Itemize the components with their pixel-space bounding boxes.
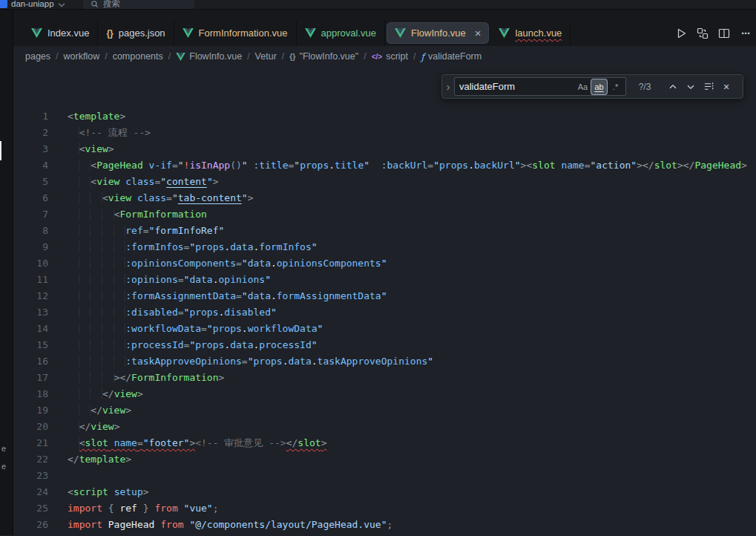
line-number[interactable]: 16 <box>13 353 48 370</box>
breadcrumb-item-script[interactable]: </>script <box>372 51 408 62</box>
line-number[interactable]: 13 <box>13 304 48 321</box>
tab-FlowInfo.vue[interactable]: FlowInfo.vue× <box>387 22 489 44</box>
line-number[interactable]: 26 <box>13 517 48 533</box>
line-number[interactable]: 11 <box>13 272 48 288</box>
close-find-button[interactable]: × <box>718 79 734 95</box>
code-area[interactable]: 1<template>2 <!-- 流程 -->3 <view>4 <PageH… <box>13 108 756 533</box>
line-number[interactable]: 12 <box>13 288 48 304</box>
code-line[interactable]: 11 :opinions="data.opinions" <box>13 272 756 288</box>
whole-word-button[interactable]: ab <box>591 79 607 94</box>
editor-pane[interactable]: › Aa ab .* ?/3 × <box>13 67 756 535</box>
code-line[interactable]: 5 <view class="content"> <box>13 174 756 190</box>
line-number[interactable]: 1 <box>13 108 48 125</box>
code-line[interactable]: 16 :taskApproveOpinions="props.data.task… <box>13 353 756 370</box>
line-number[interactable]: 24 <box>13 484 48 500</box>
previous-match-button[interactable] <box>665 79 681 95</box>
breadcrumb-separator: / <box>168 51 171 62</box>
code-line[interactable]: 26import PageHead from "@/components/lay… <box>13 517 756 533</box>
breadcrumb-item-validateForm[interactable]: ƒvalidateForm <box>421 51 482 62</box>
code-line[interactable]: 2 <!-- 流程 --> <box>13 125 756 141</box>
line-number[interactable]: 7 <box>13 206 48 223</box>
find-in-selection-button[interactable] <box>700 79 717 95</box>
symbol-function-icon: ƒ <box>421 51 424 62</box>
line-number[interactable]: 6 <box>13 190 48 206</box>
compare-changes-icon[interactable] <box>695 25 710 42</box>
command-center-search[interactable]: 搜索 <box>83 0 194 9</box>
breadcrumb-item-components[interactable]: components <box>113 51 163 62</box>
line-number[interactable]: 17 <box>13 370 48 386</box>
search-label: 搜索 <box>103 0 120 10</box>
code-line[interactable]: 1<template> <box>13 108 756 125</box>
line-number[interactable]: 2 <box>13 125 48 141</box>
next-match-button[interactable] <box>683 79 699 95</box>
find-input[interactable] <box>455 81 574 92</box>
line-number[interactable]: 23 <box>13 468 48 484</box>
breadcrumb-item-workflow[interactable]: workflow <box>64 51 100 62</box>
code-line[interactable]: 25import { ref } from "vue"; <box>13 500 756 517</box>
tab-label: FlowInfo.vue <box>411 27 466 39</box>
line-number[interactable]: 18 <box>13 386 48 402</box>
code-line-content: <view> <box>48 141 114 157</box>
code-line[interactable]: 17 ></FormInformation> <box>13 370 756 386</box>
code-line-content: <FormInformation <box>48 206 207 223</box>
code-line[interactable]: 9 :formInfos="props.data.formInfos" <box>13 239 756 255</box>
code-line[interactable]: 14 :workflowData="props.workflowData" <box>13 321 756 337</box>
breadcrumb-label: script <box>386 51 408 62</box>
code-line-content: :formInfos="props.data.formInfos" <box>48 239 318 255</box>
breadcrumb: pages/workflow/components/FlowInfo.vue/V… <box>13 46 756 67</box>
line-number[interactable]: 9 <box>13 239 48 255</box>
breadcrumb-item-FlowInfo.vue[interactable]: {}"FlowInfo.vue" <box>289 51 358 62</box>
tab-launch.vue[interactable]: launch.vue <box>490 20 571 46</box>
code-line[interactable]: 22</template> <box>13 451 756 468</box>
app-logo[interactable] <box>0 0 7 8</box>
tab-pages.json[interactable]: {}pages.json <box>98 20 174 46</box>
more-actions-icon[interactable]: ··· <box>738 25 753 42</box>
breadcrumb-label: "FlowInfo.vue" <box>299 51 358 62</box>
tab-FormInformation.vue[interactable]: FormInformation.vue <box>174 20 297 46</box>
code-line[interactable]: 18 </view> <box>13 386 756 402</box>
workspace-name[interactable]: dan-uniapp <box>11 0 54 9</box>
code-line[interactable]: 7 <FormInformation <box>13 206 756 223</box>
run-icon[interactable] <box>674 25 688 42</box>
code-line[interactable]: 3 <view> <box>13 141 756 157</box>
breadcrumb-item-Vetur[interactable]: Vetur <box>255 51 277 62</box>
sidebar-sliver[interactable]: e e <box>0 10 13 535</box>
code-line[interactable]: 8 ref="formInfoRef" <box>13 223 756 239</box>
tab-Index.vue[interactable]: Index.vue <box>23 20 98 46</box>
regex-button[interactable]: .* <box>608 79 623 94</box>
code-line[interactable]: 12 :formAssignmentData="data.formAssignm… <box>13 288 756 304</box>
close-icon[interactable]: × <box>475 27 481 39</box>
breadcrumb-item-pages[interactable]: pages <box>25 51 50 62</box>
line-number[interactable]: 4 <box>13 157 48 174</box>
code-line[interactable]: 13 :disabled="props.disabled" <box>13 304 756 321</box>
breadcrumb-item-FlowInfo.vue[interactable]: FlowInfo.vue <box>176 51 242 62</box>
match-case-button[interactable]: Aa <box>575 79 591 94</box>
chevron-down-icon <box>59 1 65 7</box>
sidebar-clipped-text: e <box>1 444 6 453</box>
code-line[interactable]: 6 <view class="tab-content"> <box>13 190 756 206</box>
line-number[interactable]: 5 <box>13 174 48 190</box>
activity-indicator <box>0 141 1 160</box>
code-line[interactable]: 21 <slot name="footer"><!-- 审批意见 --></sl… <box>13 435 756 451</box>
line-number[interactable]: 8 <box>13 223 48 239</box>
code-line[interactable]: 4 <PageHead v-if="!isInApp()" :title="pr… <box>13 157 756 174</box>
line-number[interactable]: 22 <box>13 451 48 468</box>
code-line[interactable]: 20 </view> <box>13 419 756 435</box>
code-line[interactable]: 24<script setup> <box>13 484 756 500</box>
line-number[interactable]: 3 <box>13 141 48 157</box>
line-number[interactable]: 15 <box>13 337 48 353</box>
code-line[interactable]: 19 </view> <box>13 402 756 419</box>
code-line[interactable]: 23 <box>13 468 756 484</box>
line-number[interactable]: 20 <box>13 419 48 435</box>
split-editor-icon[interactable] <box>717 25 732 42</box>
line-number[interactable]: 25 <box>13 500 48 517</box>
line-number[interactable]: 10 <box>13 255 48 272</box>
chevron-up-icon <box>668 82 678 92</box>
line-number[interactable]: 19 <box>13 402 48 419</box>
tab-approval.vue[interactable]: approval.vue <box>297 20 385 46</box>
code-line[interactable]: 15 :processId="props.data.processId" <box>13 337 756 353</box>
line-number[interactable]: 14 <box>13 321 48 337</box>
code-line[interactable]: 10 :opinionsComponents="data.opinionsCom… <box>13 255 756 272</box>
line-number[interactable]: 21 <box>13 435 48 451</box>
toggle-replace-icon[interactable]: › <box>442 75 454 98</box>
